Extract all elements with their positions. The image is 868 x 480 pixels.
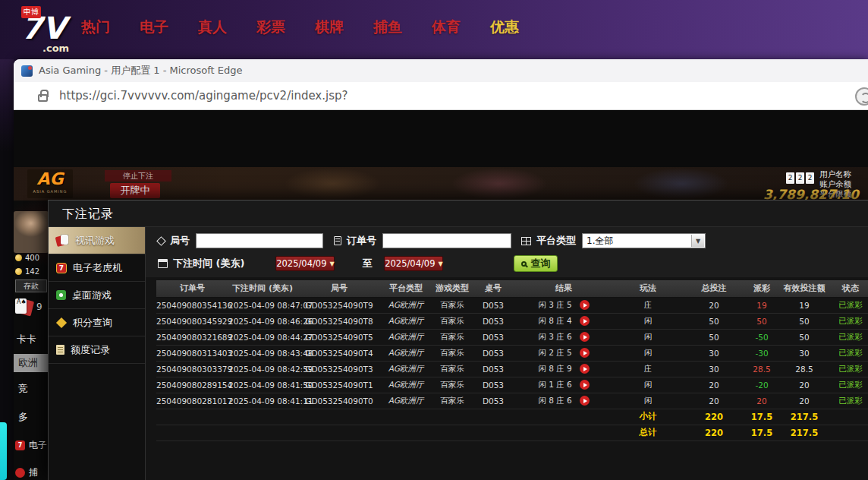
replay-icon[interactable]: [580, 364, 590, 374]
cell-table_no: D053: [474, 377, 512, 393]
nav-item-6[interactable]: 捕鱼: [373, 17, 403, 37]
nav-item-7[interactable]: 体育: [431, 17, 461, 37]
tab-1[interactable]: 视讯游戏: [49, 227, 145, 254]
nav-item-3[interactable]: 真人: [197, 17, 228, 37]
cell-valid: 19: [776, 297, 832, 313]
chevron-down-icon: ▼: [691, 235, 704, 247]
bet-time-label: 下注时间 (美东): [173, 257, 244, 270]
cell-payout: -20: [747, 377, 776, 393]
stop-bet-label: 停止下注: [105, 170, 171, 182]
cell-payout: 28.5: [747, 361, 776, 377]
cell-bet: 50: [681, 313, 747, 329]
window-titlebar[interactable]: Asia Gaming - 用户配置 1 - Microsoft Edge: [14, 59, 868, 82]
cell-play: 闲: [615, 377, 681, 393]
card: 2: [806, 172, 814, 184]
nav-item-1[interactable]: 热门: [80, 17, 111, 37]
cell-round: GD053254090T3: [297, 361, 382, 377]
tab-4[interactable]: 积分查询: [49, 309, 145, 336]
tab-5[interactable]: 额度记录: [49, 336, 145, 364]
cell-status: 已派彩: [832, 393, 868, 409]
cell-order: 250409080289154: [156, 377, 228, 393]
nav-item-5[interactable]: 棋牌: [314, 17, 344, 37]
slot-machine-icon: 7: [56, 263, 67, 273]
deposit-button[interactable]: 存款: [15, 279, 47, 292]
cell-order: 250409080345929: [156, 313, 228, 329]
search-button[interactable]: 查询: [514, 255, 558, 272]
table-row: 2504090803216892025-04-09 08:44:27GD0532…: [156, 329, 868, 345]
sidebar-item-slots[interactable]: 7 电子: [15, 439, 47, 452]
order-input[interactable]: [382, 233, 511, 248]
cell-status: 已派彩: [832, 361, 868, 377]
sidebar-item-fishing[interactable]: 捕: [15, 466, 38, 479]
date-to-picker[interactable]: 2025/04/09 ▼: [384, 256, 443, 271]
cell-result: 闲 1 庄 6: [512, 377, 615, 393]
cell-play: 闲: [615, 345, 681, 361]
replay-icon[interactable]: [580, 396, 590, 406]
magnifier-icon: [521, 261, 527, 267]
platform-select[interactable]: 1.全部 ▼: [582, 233, 706, 248]
cell-bet: 50: [681, 329, 747, 345]
nav-item-2[interactable]: 电子: [139, 17, 169, 37]
coin-icon: [15, 268, 22, 275]
cell-play: 庄: [615, 297, 681, 313]
user-name-label: 用户名称: [819, 169, 868, 179]
sidebar-item-kaka[interactable]: 卡卡: [17, 333, 36, 346]
column-header: 游戏类型: [430, 280, 474, 297]
cell-game: 百家乐: [430, 313, 474, 329]
ag-logo: AG ASIA GAMING: [27, 169, 73, 198]
logo-suffix: .com: [42, 43, 69, 54]
cell-status: 已派彩: [832, 345, 868, 361]
site-security-icon[interactable]: [38, 94, 48, 102]
cell-table_no: D053: [474, 297, 512, 313]
site-favicon-icon: [21, 65, 33, 77]
result-cards: 2 2 2: [786, 172, 814, 184]
date-from-picker[interactable]: 2025/04/09 ▼: [275, 256, 335, 271]
total-row: 总计22017.5217.5: [156, 425, 868, 441]
cards-icon: A♠: [15, 298, 35, 318]
cell-round: GD053254090T0: [297, 393, 382, 409]
replay-icon[interactable]: [580, 380, 590, 390]
cell-platform: AG欧洲厅: [382, 377, 430, 393]
card: 2: [786, 172, 794, 184]
cell-round: GD053254090T1: [297, 377, 382, 393]
refresh-icon[interactable]: [855, 87, 868, 106]
cell-table_no: D053: [474, 345, 512, 361]
filter-row-2: 下注时间 (美东) 2025/04/09 ▼ 至 2025/04/09 ▼: [146, 254, 558, 273]
cell-valid: 20: [776, 377, 832, 393]
nav-item-8[interactable]: 优惠: [489, 17, 520, 37]
cell-status: 已派彩: [832, 329, 868, 345]
cell-valid: 28.5: [776, 361, 832, 377]
cell-bet: 30: [681, 361, 747, 377]
cell-game: 百家乐: [430, 377, 474, 393]
replay-icon[interactable]: [580, 332, 590, 342]
round-input[interactable]: [196, 233, 323, 248]
cyan-side-widget[interactable]: [0, 422, 7, 480]
cell-payout: 20: [747, 393, 776, 409]
cell-platform: AG欧洲厅: [382, 361, 430, 377]
cell-valid: 20: [776, 393, 832, 409]
ledger-icon: [56, 345, 64, 355]
replay-icon[interactable]: [580, 316, 590, 326]
site-top-nav: 7V 申博 .com 热门电子真人彩票棋牌捕鱼体育优惠: [0, 0, 868, 64]
stat-row: 142: [15, 267, 39, 276]
site-logo[interactable]: 7V 申博 .com: [20, 3, 79, 55]
tab-2[interactable]: 7电子老虎机: [49, 254, 145, 282]
modal-title: 下注记录: [49, 201, 868, 227]
sidebar-item-jing[interactable]: 竞: [18, 382, 28, 396]
round-label: 局号: [170, 234, 190, 248]
grid-icon: [521, 237, 531, 245]
bet-records-modal: 下注记录 视讯游戏7电子老虎机桌面游戏积分查询额度记录 局号 订单号 平台类型: [48, 200, 868, 480]
replay-icon[interactable]: [580, 300, 590, 310]
cell-play: 闲: [615, 329, 681, 345]
column-header: 玩法: [615, 280, 681, 297]
sidebar-item-duo[interactable]: 多: [18, 410, 28, 424]
cell-game: 百家乐: [430, 393, 474, 409]
tab-3[interactable]: 桌面游戏: [49, 282, 145, 309]
url-field[interactable]: https://gci.7vvvvvv.com/agingame/pcv2/in…: [59, 89, 348, 103]
screen: 7V 申博 .com 热门电子真人彩票棋牌捕鱼体育优惠 Asia Gaming …: [0, 0, 868, 480]
replay-icon[interactable]: [580, 348, 590, 358]
cell-time: 2025-04-09 08:43:48: [228, 345, 297, 361]
cell-round: GD053254090T9: [297, 297, 382, 313]
nav-item-4[interactable]: 彩票: [256, 17, 286, 37]
edge-browser-window: Asia Gaming - 用户配置 1 - Microsoft Edge ht…: [14, 59, 868, 480]
